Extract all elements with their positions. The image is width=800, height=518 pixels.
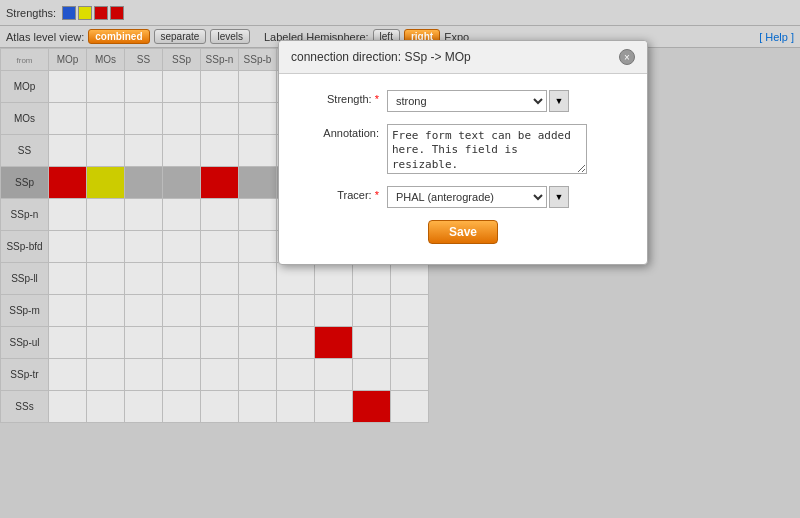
modal-dialog: connection direction: SSp -> MOp × Stren… [278, 40, 648, 265]
tracer-control: PHAL (anterograde) BDA FluoroGold ▼ [387, 186, 627, 208]
tracer-label: Tracer: * [299, 186, 379, 201]
modal-close-button[interactable]: × [619, 49, 635, 65]
modal-title: connection direction: SSp -> MOp [291, 50, 471, 64]
strength-label: Strength: * [299, 90, 379, 105]
modal-overlay: connection direction: SSp -> MOp × Stren… [0, 0, 800, 518]
annotation-row: Annotation: Free form text can be added … [299, 124, 627, 174]
tracer-row: Tracer: * PHAL (anterograde) BDA FluoroG… [299, 186, 627, 208]
modal-header: connection direction: SSp -> MOp × [279, 41, 647, 74]
strength-dropdown-arrow[interactable]: ▼ [549, 90, 569, 112]
strength-row: Strength: * strong moderate weak ▼ [299, 90, 627, 112]
save-button[interactable]: Save [428, 220, 498, 244]
strength-control: strong moderate weak ▼ [387, 90, 627, 112]
annotation-textarea[interactable]: Free form text can be added here. This f… [387, 124, 587, 174]
tracer-select[interactable]: PHAL (anterograde) BDA FluoroGold [387, 186, 547, 208]
tracer-dropdown-arrow[interactable]: ▼ [549, 186, 569, 208]
annotation-control: Free form text can be added here. This f… [387, 124, 627, 174]
modal-body: Strength: * strong moderate weak ▼ Annot… [279, 74, 647, 264]
annotation-label: Annotation: [299, 124, 379, 139]
strength-select[interactable]: strong moderate weak [387, 90, 547, 112]
